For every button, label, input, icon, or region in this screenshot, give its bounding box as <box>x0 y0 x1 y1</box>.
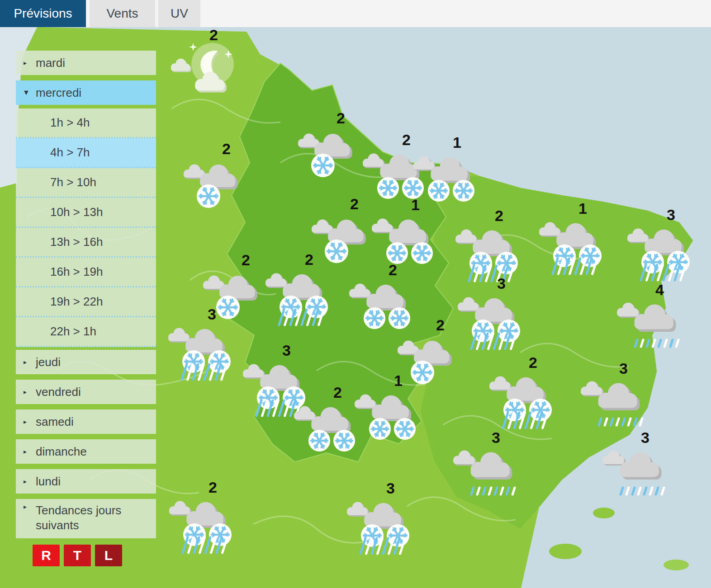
sidebar-item-label: dimanche <box>36 445 87 458</box>
sidebar-item-slot-7h-10h[interactable]: 7h > 10h <box>16 168 156 198</box>
sidebar-item-label: mardi <box>36 56 65 70</box>
sidebar-item-label: Tendances jours suivants <box>36 503 121 532</box>
sidebar-item-dimanche[interactable]: ▸dimanche <box>16 439 156 464</box>
rtl-logo-letter-t: T <box>64 545 91 566</box>
sidebar-menu: ▸mardi▼mercredi1h > 4h4h > 7h7h > 10h10h… <box>16 51 156 538</box>
chevron-down-icon: ▼ <box>23 80 30 105</box>
chevron-right-icon: ▸ <box>24 350 27 374</box>
sidebar-item-label: 13h > 16h <box>50 235 103 249</box>
sidebar-item-slot-1h-4h[interactable]: 1h > 4h <box>16 108 156 138</box>
tab-bar: Prévisions Vents UV <box>0 0 711 27</box>
chevron-right-icon: ▸ <box>24 439 27 464</box>
sidebar-item-slot-13h-16h[interactable]: 13h > 16h <box>16 228 156 258</box>
sidebar-item-label: mercredi <box>36 86 81 99</box>
rtl-logo[interactable]: RTL <box>33 545 173 566</box>
tab-previsions[interactable]: Prévisions <box>0 0 86 27</box>
tab-uv[interactable]: UV <box>158 0 200 27</box>
sidebar: ▸mardi▼mercredi1h > 4h4h > 7h7h > 10h10h… <box>16 51 156 565</box>
sidebar-item-label: 19h > 22h <box>50 295 103 308</box>
sidebar-item-samedi[interactable]: ▸samedi <box>16 409 156 434</box>
rtl-logo-letter-r: R <box>33 545 60 566</box>
sidebar-item-slot-16h-19h[interactable]: 16h > 19h <box>16 258 156 287</box>
sidebar-item-label: lundi <box>36 475 61 488</box>
tab-vents[interactable]: Vents <box>90 0 155 27</box>
sidebar-item-label: 10h > 13h <box>50 205 103 219</box>
sidebar-item-label: 7h > 10h <box>50 175 96 189</box>
rtl-logo-letter-l: L <box>95 545 122 566</box>
chevron-right-icon: ▸ <box>24 51 27 75</box>
weather-app-screen: 22212212132223432323123323 Prévisions Ve… <box>0 0 711 588</box>
chevron-right-icon: ▸ <box>24 380 27 404</box>
sidebar-item-mercredi[interactable]: ▼mercredi <box>16 80 156 105</box>
sidebar-item-label: jeudi <box>36 355 61 369</box>
sidebar-item-label: 22h > 1h <box>50 325 96 338</box>
sidebar-item-vendredi[interactable]: ▸vendredi <box>16 380 156 404</box>
sidebar-item-label: samedi <box>36 415 74 428</box>
sidebar-item-slot-10h-13h[interactable]: 10h > 13h <box>16 198 156 228</box>
sidebar-item-label: 1h > 4h <box>50 116 90 129</box>
sidebar-item-mardi[interactable]: ▸mardi <box>16 51 156 75</box>
sidebar-item-label: vendredi <box>36 385 81 399</box>
sidebar-item-slot-19h-22h[interactable]: 19h > 22h <box>16 287 156 317</box>
sidebar-item-label: 4h > 7h <box>50 146 90 159</box>
sidebar-item-tendances[interactable]: ▸Tendances jours suivants <box>16 499 156 538</box>
sidebar-item-slot-4h-7h[interactable]: 4h > 7h <box>16 138 156 168</box>
sidebar-item-lundi[interactable]: ▸lundi <box>16 469 156 494</box>
chevron-right-icon: ▸ <box>24 503 27 511</box>
chevron-right-icon: ▸ <box>24 469 27 494</box>
sidebar-item-slot-22h-1h[interactable]: 22h > 1h <box>16 317 156 347</box>
sidebar-item-jeudi[interactable]: ▸jeudi <box>16 350 156 374</box>
sidebar-item-label: 16h > 19h <box>50 265 103 278</box>
chevron-right-icon: ▸ <box>24 409 27 434</box>
